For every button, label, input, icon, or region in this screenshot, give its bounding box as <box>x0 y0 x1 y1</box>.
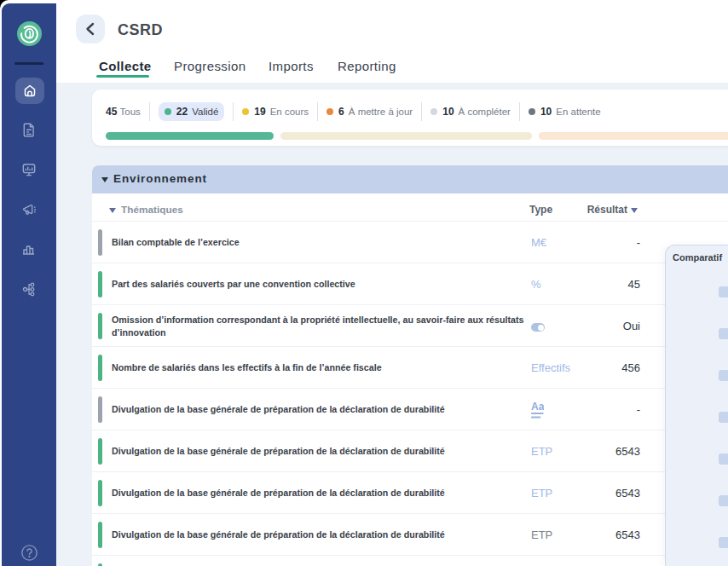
svg-text:Aa: Aa <box>531 401 544 413</box>
